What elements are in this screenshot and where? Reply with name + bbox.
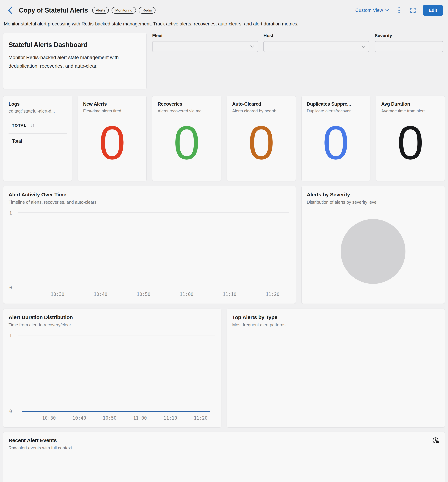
alert-duration-chart[interactable]: 1 0 10:30 10:40 10:50 11:00 11:10 11:20 [8,333,216,422]
y-tick-min: 0 [9,285,12,290]
stat-subtitle: Alerts recovered via ma... [158,109,216,113]
stat-subtitle: First-time alerts fired [83,109,141,113]
x-tick: 11:20 [194,415,208,422]
dashboard-page: Copy of Stateful Alerts Alerts Monitorin… [0,0,448,482]
stat-value: 0 [232,113,290,175]
y-tick-min: 0 [9,409,12,414]
edit-button[interactable]: Edit [423,5,443,16]
chevron-left-icon [7,6,13,14]
tag-list: Alerts Monitoring Redis [92,7,155,14]
chart-subtitle: Distribution of alerts by severity level [307,200,440,205]
stat-title: New Alerts [83,102,141,107]
filter-fleet: Fleet [152,33,258,52]
empty-pie-placeholder [341,219,406,284]
alert-activity-panel: Alert Activity Over Time Timeline of ale… [3,186,296,304]
filter-host: Host [264,33,369,52]
x-tick: 10:30 [51,292,64,298]
sort-icon: ↓↑ [30,123,35,128]
x-tick: 10:30 [42,415,56,422]
x-tick: 10:40 [94,292,107,298]
logs-table: TOTAL ↓↑ Total [8,123,67,149]
chevron-down-icon [361,45,366,48]
stat-subtitle: Duplicate alerts/recover... [307,109,365,113]
fleet-select[interactable] [152,41,258,52]
stat-card-auto-cleared: Auto-Cleared Alerts cleared by heartb...… [227,96,296,181]
kebab-menu-icon [398,7,400,14]
row-recent-events: Recent Alert Events Raw alert events wit… [3,432,445,482]
filter-severity: Severity [375,33,443,52]
stat-title: Duplicates Suppre... [307,102,365,107]
stat-value: 0 [83,113,141,175]
logs-title: Logs [8,102,67,107]
filter-bar: Fleet Host Severity [152,33,445,89]
filter-severity-label: Severity [375,33,443,38]
row-stat-cards: Logs ed.tag:"stateful-alert-d... TOTAL ↓… [3,96,445,181]
intro-card-title: Stateful Alerts Dashboard [8,41,141,49]
header-actions: Custom View Edit [355,5,445,16]
x-tick: 10:40 [72,415,86,422]
gridline [18,335,215,335]
severity-pie-chart[interactable] [307,205,440,298]
logs-panel: Logs ed.tag:"stateful-alert-d... TOTAL ↓… [3,96,72,181]
chart-subtitle: Time from alert to recovery/clear [8,322,216,327]
x-tick: 11:00 [180,292,193,298]
duration-series-line [22,411,210,412]
chevron-down-icon [250,45,255,48]
time-lock-button[interactable] [432,437,440,444]
logs-column-header[interactable]: TOTAL ↓↑ [8,123,67,133]
x-tick: 11:10 [223,292,236,298]
back-button[interactable] [6,6,15,15]
top-alerts-panel: Top Alerts by Type Most frequent alert p… [227,309,445,427]
stat-card-new-alerts: New Alerts First-time alerts fired 0 [78,96,147,181]
stat-title: Avg Duration [381,102,440,107]
chart-subtitle: Most frequent alert patterns [232,322,440,327]
tag-monitoring[interactable]: Monitoring [112,7,136,14]
stat-card-avg-duration: Avg Duration Average time from alert ...… [376,96,445,181]
recent-alert-events-panel: Recent Alert Events Raw alert events wit… [3,432,445,482]
stat-card-duplicates: Duplicates Suppre... Duplicate alerts/re… [301,96,370,181]
chart-subtitle: Timeline of alerts, recoveries, and auto… [8,200,290,205]
stat-subtitle: Alerts cleared by heartb... [232,109,290,113]
host-select[interactable] [264,41,369,52]
stat-title: Recoveries [158,102,216,107]
row-activity-severity: Alert Activity Over Time Timeline of ale… [3,186,445,304]
chevron-down-icon [385,9,389,12]
chart-title: Alerts by Severity [307,192,440,198]
stat-title: Auto-Cleared [232,102,290,107]
fullscreen-button[interactable] [409,7,417,14]
chart-title: Alert Activity Over Time [8,192,290,198]
header-bar: Copy of Stateful Alerts Alerts Monitorin… [3,5,445,16]
alert-activity-chart[interactable]: 1 0 10:30 10:40 10:50 11:00 11:10 11:20 [8,211,290,298]
table-row[interactable]: Total [8,133,67,149]
gridline [18,213,289,213]
clock-lock-icon [432,437,440,444]
tag-alerts[interactable]: Alerts [92,7,109,14]
panel-title: Recent Alert Events [8,437,440,443]
filter-host-label: Host [264,33,369,38]
y-tick-max: 1 [9,210,12,216]
stat-value: 0 [307,113,365,175]
x-axis-ticks: 10:30 10:40 10:50 11:00 11:10 11:20 [18,292,289,298]
intro-card-body: Monitor Redis-backed alert state managem… [8,53,141,70]
logs-query: ed.tag:"stateful-alert-d... [8,109,67,114]
logs-column-label: TOTAL [12,123,27,128]
x-tick: 11:10 [163,415,177,422]
kebab-menu-button[interactable] [395,7,403,14]
alert-duration-panel: Alert Duration Distribution Time from al… [3,309,221,427]
custom-view-label: Custom View [355,8,383,13]
gridline [18,288,289,288]
x-tick: 10:50 [103,415,116,422]
alerts-by-severity-panel: Alerts by Severity Distribution of alert… [301,186,445,304]
severity-input[interactable] [375,41,443,52]
tag-redis[interactable]: Redis [139,7,155,14]
x-tick: 11:20 [266,292,280,298]
custom-view-dropdown[interactable]: Custom View [355,8,389,13]
stat-card-recoveries: Recoveries Alerts recovered via ma... 0 [152,96,221,181]
stat-value: 0 [158,113,216,175]
stat-subtitle: Average time from alert ... [381,109,440,113]
x-tick: 11:00 [133,415,147,422]
panel-subtitle: Raw alert events with full context [8,445,440,450]
filter-fleet-label: Fleet [152,33,258,38]
row-duration-toptypes: Alert Duration Distribution Time from al… [3,309,445,427]
dashboard-description: Monitor stateful alert processing with R… [3,21,445,27]
